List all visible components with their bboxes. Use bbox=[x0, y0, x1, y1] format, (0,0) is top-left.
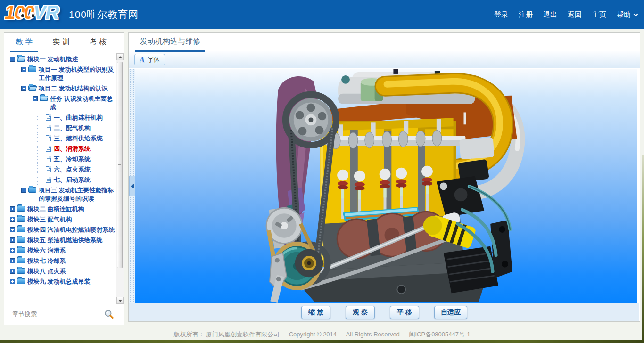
scrollbar-thumb[interactable] bbox=[117, 62, 123, 268]
tree-item-module9[interactable]: 模块九 发动机总成吊装 bbox=[7, 278, 116, 286]
copyright-footer: 版权所有： 厦门凤凰创壹软件有限公司 Copyright © 2014 All … bbox=[0, 330, 644, 339]
right-edge-background bbox=[642, 155, 644, 340]
document-icon bbox=[46, 177, 51, 183]
tree-item-ignition[interactable]: 六、点火系统 bbox=[7, 165, 116, 174]
document-icon bbox=[46, 166, 51, 172]
footer-owner: 版权所有： 厦门凤凰创壹软件有限公司 bbox=[173, 331, 280, 338]
scroll-down-arrow[interactable] bbox=[116, 297, 124, 304]
folder-icon bbox=[17, 216, 25, 222]
expand-icon[interactable] bbox=[21, 67, 26, 72]
folder-icon bbox=[17, 237, 25, 243]
nav-home[interactable]: 主页 bbox=[592, 10, 606, 19]
collapse-icon[interactable] bbox=[10, 57, 15, 62]
search-icon[interactable] bbox=[104, 309, 114, 319]
expand-icon[interactable] bbox=[10, 279, 15, 284]
tree-item-module7[interactable]: 模块七 冷却系 bbox=[7, 257, 116, 266]
folder-open-icon bbox=[28, 85, 36, 91]
expand-icon[interactable] bbox=[21, 188, 26, 193]
nav-back[interactable]: 返回 bbox=[568, 10, 582, 19]
top-header: 100VR 100唯尔教育网 登录 注册 退出 返回 主页 帮助 bbox=[0, 0, 644, 29]
tab-assessment[interactable]: 考 核 bbox=[88, 33, 108, 52]
logo-eye-icon bbox=[29, 12, 35, 18]
zoom-button[interactable]: 缩 放 bbox=[301, 306, 330, 319]
document-icon bbox=[46, 146, 51, 152]
bottom-ground-strip bbox=[0, 340, 644, 343]
engine-model bbox=[135, 69, 637, 303]
tree-item-cooling[interactable]: 五、冷却系统 bbox=[7, 155, 116, 164]
expand-icon[interactable] bbox=[10, 237, 15, 243]
scroll-up-arrow[interactable] bbox=[116, 53, 124, 60]
tree-item-module6[interactable]: 模块六 润滑系 bbox=[7, 246, 116, 255]
chevron-down-icon bbox=[634, 12, 638, 16]
folder-icon bbox=[17, 227, 25, 232]
tree-item-module1[interactable]: 模块一 发动机概述 bbox=[7, 55, 116, 64]
expand-icon[interactable] bbox=[10, 269, 15, 274]
document-icon bbox=[46, 114, 51, 121]
chapter-search bbox=[8, 307, 116, 321]
page: 100VR 100唯尔教育网 登录 注册 退出 返回 主页 帮助 教 学 实 训… bbox=[0, 0, 644, 343]
tab-engine-course[interactable]: 发动机构造与维修 bbox=[137, 33, 203, 51]
fit-button[interactable]: 自适应 bbox=[434, 306, 467, 319]
3d-viewer-canvas[interactable] bbox=[135, 69, 637, 303]
tab-teaching[interactable]: 教 学 bbox=[14, 33, 34, 52]
footer-copyright: Copyright © 2014 bbox=[289, 331, 337, 338]
folder-icon bbox=[17, 268, 25, 274]
expand-icon[interactable] bbox=[10, 206, 15, 212]
tree-item-starting[interactable]: 七、启动系统 bbox=[7, 176, 116, 185]
collapse-handle-icon[interactable] bbox=[129, 176, 135, 196]
tree-item-crank-rod[interactable]: 一、曲柄连杆机构 bbox=[7, 114, 116, 122]
tree-item-module4[interactable]: 模块四 汽油机电控燃油喷射系统 bbox=[7, 226, 116, 235]
folder-icon bbox=[17, 258, 25, 263]
site-logo[interactable]: 100VR bbox=[5, 2, 65, 27]
sidebar-tabs: 教 学 实 训 考 核 bbox=[4, 33, 124, 52]
folder-icon bbox=[17, 206, 25, 212]
site-title: 100唯尔教育网 bbox=[69, 8, 139, 21]
document-icon bbox=[46, 156, 51, 162]
viewer-region bbox=[129, 69, 639, 303]
panel-splitter[interactable] bbox=[129, 69, 135, 303]
tree-item-module3[interactable]: 模块三 配气机构 bbox=[7, 215, 116, 224]
content-panel: 发动机构造与维修 A 字体 bbox=[128, 32, 640, 322]
collapse-icon[interactable] bbox=[21, 86, 26, 91]
top-nav: 登录 注册 退出 返回 主页 帮助 bbox=[494, 0, 637, 29]
tree-item-lubrication-selected[interactable]: 四、润滑系统 bbox=[7, 145, 116, 154]
nav-register[interactable]: 注册 bbox=[519, 10, 533, 19]
chapter-tree: 模块一 发动机概述 项目一 发动机类型的识别及工作原理 项目二 发动机结构的认识… bbox=[4, 55, 116, 304]
folder-icon bbox=[28, 187, 36, 193]
folder-icon bbox=[28, 66, 36, 72]
tree-item-fuel-supply[interactable]: 三、燃料供给系统 bbox=[7, 134, 116, 143]
tree-item-project3[interactable]: 项目三 发动机主要性能指标的掌握及编号的识读 bbox=[7, 186, 116, 204]
folder-icon bbox=[17, 278, 25, 284]
logo-vr-text: VR bbox=[33, 2, 59, 23]
pan-button[interactable]: 平 移 bbox=[390, 306, 419, 319]
footer-rights: All Rights Reserved bbox=[346, 331, 400, 338]
tree-item-module8[interactable]: 模块八 点火系 bbox=[7, 267, 116, 276]
expand-icon[interactable] bbox=[10, 227, 15, 232]
tree-item-project2[interactable]: 项目二 发动机结构的认识 bbox=[7, 84, 116, 93]
tree-item-valvetrain[interactable]: 二、配气机构 bbox=[7, 124, 116, 133]
tree-item-module5[interactable]: 模块五 柴油机燃油供给系统 bbox=[7, 236, 116, 245]
nav-login[interactable]: 登录 bbox=[494, 10, 508, 19]
nav-help[interactable]: 帮助 bbox=[617, 10, 637, 19]
tree-scrollbar[interactable] bbox=[116, 53, 124, 304]
font-button[interactable]: A 字体 bbox=[134, 54, 165, 65]
collapse-icon[interactable] bbox=[33, 96, 38, 101]
tab-training[interactable]: 实 训 bbox=[50, 33, 71, 52]
folder-open-icon bbox=[40, 96, 48, 101]
tree-item-module2[interactable]: 模块二 曲柄连缸机构 bbox=[7, 205, 116, 214]
search-input[interactable] bbox=[8, 310, 104, 318]
content-tabbar: 发动机构造与维修 bbox=[129, 33, 640, 51]
nav-logout[interactable]: 退出 bbox=[543, 10, 557, 19]
font-icon: A bbox=[140, 56, 145, 64]
tree-item-task[interactable]: 任务 认识发动机主要总成 bbox=[7, 95, 116, 112]
folder-open-icon bbox=[17, 56, 25, 62]
expand-icon[interactable] bbox=[10, 258, 15, 263]
document-icon bbox=[46, 125, 51, 131]
observe-button[interactable]: 观 察 bbox=[346, 306, 375, 319]
logo-eye-icon bbox=[19, 12, 25, 18]
course-sidebar: 教 学 实 训 考 核 模块一 发动机概述 项目一 发动机类型的识别及工作原理 … bbox=[4, 32, 124, 325]
expand-icon[interactable] bbox=[10, 217, 15, 222]
tree-item-project1[interactable]: 项目一 发动机类型的识别及工作原理 bbox=[7, 65, 116, 83]
folder-icon bbox=[17, 247, 25, 253]
expand-icon[interactable] bbox=[10, 248, 15, 253]
